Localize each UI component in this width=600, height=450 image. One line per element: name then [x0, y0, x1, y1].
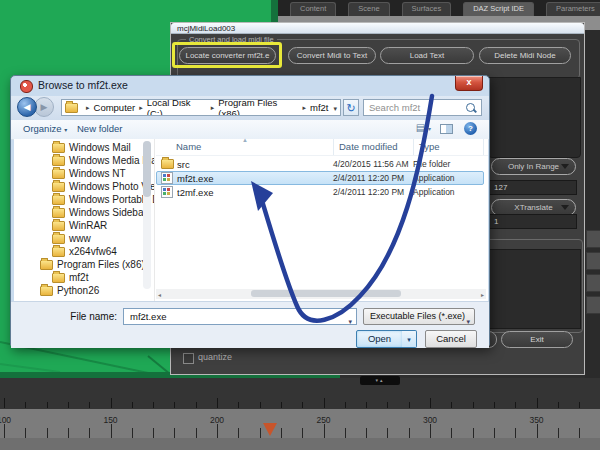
tree-item-label: Windows Portable Devices: [69, 193, 154, 206]
timeline-splitter-handle[interactable]: ▾▴: [360, 376, 400, 385]
ruler-tick: [409, 402, 410, 408]
range-value-input[interactable]: 127: [489, 180, 577, 195]
ruler-tick: [302, 402, 303, 408]
sidebar-item-python26[interactable]: Python26: [14, 284, 154, 297]
breadcrumb-separator-icon: ▸: [86, 104, 90, 112]
horizontal-scrollbar[interactable]: ◂ ▸: [156, 289, 486, 299]
scale-value-input[interactable]: 1: [489, 214, 577, 229]
chevron-down-icon[interactable]: ▾: [348, 314, 352, 329]
exit-button[interactable]: Exit: [501, 331, 573, 348]
search-input[interactable]: Search mf2t: [363, 99, 482, 116]
ruler-tick: [132, 402, 133, 408]
browse-title-bar[interactable]: Browse to mf2t.exe x: [11, 76, 489, 96]
convert-midi-to-text-button[interactable]: Convert Midi to Text: [288, 47, 376, 64]
breadcrumb[interactable]: ▸Computer▸Local Disk (C:)▸Program Files …: [61, 99, 341, 116]
organize-button[interactable]: Organize ▾: [23, 123, 67, 134]
preview-pane-icon[interactable]: [440, 124, 453, 134]
breadcrumb-segment[interactable]: mf2t: [310, 102, 328, 113]
views-icon[interactable]: ▤ ▾: [416, 122, 431, 133]
open-split-arrow-icon[interactable]: ▾: [402, 330, 417, 348]
file-type-value: Executable Files (*.exe): [370, 311, 465, 321]
sidebar-item-windows-mail[interactable]: Windows Mail: [14, 141, 154, 154]
tree-scrollbar-thumb[interactable]: [143, 141, 151, 197]
ruler-tick: [111, 398, 112, 408]
folder-icon: [52, 234, 65, 244]
breadcrumb-segment[interactable]: Local Disk (C:): [147, 99, 207, 116]
scroll-right-icon[interactable]: ▸: [481, 291, 484, 298]
breadcrumb-segment[interactable]: Computer: [94, 102, 136, 113]
timeline-ruler[interactable]: 100150200250300350: [0, 409, 600, 450]
ruler-tick: [68, 428, 69, 438]
yellow-highlight-annotation: [172, 42, 282, 68]
cancel-button[interactable]: Cancel: [425, 330, 477, 348]
tree-scrollbar[interactable]: [143, 141, 151, 289]
ruler-tick: [238, 428, 239, 438]
ruler-tick: [238, 402, 239, 408]
range-mode-dropdown[interactable]: Only In Range: [491, 158, 576, 175]
back-button[interactable]: ◀: [17, 97, 37, 117]
file-name-input[interactable]: mf2t.exe ▾: [123, 308, 357, 325]
tab-daz-script-ide[interactable]: DAZ Script IDE: [463, 2, 534, 16]
ruler-tick: [515, 428, 516, 438]
daz-right-panel-edge: [585, 30, 600, 378]
tree-item-label: mf2t: [69, 271, 88, 284]
open-button[interactable]: Open: [356, 330, 403, 348]
midi-text-panel: [488, 77, 581, 158]
tab-parameters[interactable]: Parameters: [546, 2, 600, 16]
sidebar-item-windows-nt[interactable]: Windows NT: [14, 167, 154, 180]
ruler-tick: [174, 402, 175, 408]
ruler-tick: [409, 428, 410, 438]
folder-icon: [52, 182, 65, 192]
sidebar-item-windows-media-player[interactable]: Windows Media Player: [14, 154, 154, 167]
tab-content[interactable]: Content: [290, 2, 336, 16]
file-date: 4/20/2015 11:56 AM: [333, 159, 413, 169]
quantize-checkbox[interactable]: [183, 353, 194, 364]
range-mode-value: Only In Range: [508, 162, 559, 171]
sidebar-item-windows-photo-viewer[interactable]: Windows Photo Viewer: [14, 180, 154, 193]
timeline-strip[interactable]: ▾▴: [0, 378, 600, 409]
scroll-left-icon[interactable]: ◂: [158, 291, 161, 298]
tree-item-label: Windows Photo Viewer: [69, 180, 154, 193]
forward-button[interactable]: ▶: [34, 97, 54, 117]
sidebar-item-winrar[interactable]: WinRAR: [14, 219, 154, 232]
sidebar-item-program-files-x86-[interactable]: Program Files (x86): [14, 258, 154, 271]
ruler-label: 200: [210, 415, 224, 425]
breadcrumb-dropdown-icon[interactable]: ▾: [329, 105, 337, 113]
load-text-button[interactable]: Load Text: [380, 47, 474, 64]
param-mode-value: XTranslate: [514, 203, 552, 212]
tab-scene[interactable]: Scene: [348, 2, 389, 16]
sidebar-item-x264vfw64[interactable]: x264vfw64: [14, 245, 154, 258]
help-icon[interactable]: ?: [464, 122, 477, 135]
sidebar-item-www[interactable]: www: [14, 232, 154, 245]
file-name-label: File name:: [51, 311, 117, 322]
file-icon-cell: [157, 186, 177, 198]
breadcrumb-segment[interactable]: Program Files (x86): [218, 99, 298, 116]
ruler-tick: [494, 428, 495, 438]
sidebar-item-windows-portable-devices[interactable]: Windows Portable Devices: [14, 193, 154, 206]
ruler-tick: [260, 402, 261, 408]
playhead-marker[interactable]: [263, 423, 277, 436]
new-folder-button[interactable]: New folder: [77, 123, 122, 134]
tree-item-label: Program Files (x86): [57, 258, 145, 271]
horizontal-scrollbar-thumb[interactable]: [251, 290, 401, 297]
command-toolbar: Organize ▾ New folder ▤ ▾ ?: [11, 120, 489, 140]
column-header-type[interactable]: Type: [414, 139, 484, 155]
file-row-t2mf-exe[interactable]: t2mf.exe2/4/2011 12:20 PMApplication: [156, 185, 484, 199]
sidebar-item-mf2t[interactable]: mf2t: [14, 271, 154, 284]
ruler-tick: [537, 398, 538, 408]
close-icon[interactable]: x: [455, 76, 483, 91]
file-row-mf2t-exe[interactable]: mf2t.exe2/4/2011 12:20 PMApplication: [156, 171, 484, 185]
mcjmidiload-title-bar[interactable]: mcjMidiLoad003: [171, 23, 584, 34]
file-date: 2/4/2011 12:20 PM: [333, 187, 413, 197]
tree-item-label: x264vfw64: [69, 245, 117, 258]
delete-midi-node-button[interactable]: Delete Midi Node: [479, 47, 571, 64]
file-type-dropdown[interactable]: Executable Files (*.exe) ▾: [363, 308, 475, 325]
file-row-src[interactable]: src4/20/2015 11:56 AMFile folder: [156, 157, 484, 171]
breadcrumb-separator-icon: ▸: [211, 104, 215, 112]
file-name: mf2t.exe: [177, 173, 333, 184]
column-header-date-modified[interactable]: Date modified: [334, 139, 414, 155]
refresh-icon[interactable]: ↻: [343, 99, 359, 116]
sidebar-item-windows-sidebar[interactable]: Windows Sidebar: [14, 206, 154, 219]
tab-surfaces[interactable]: Surfaces: [402, 2, 452, 16]
file-date: 2/4/2011 12:20 PM: [333, 173, 413, 183]
